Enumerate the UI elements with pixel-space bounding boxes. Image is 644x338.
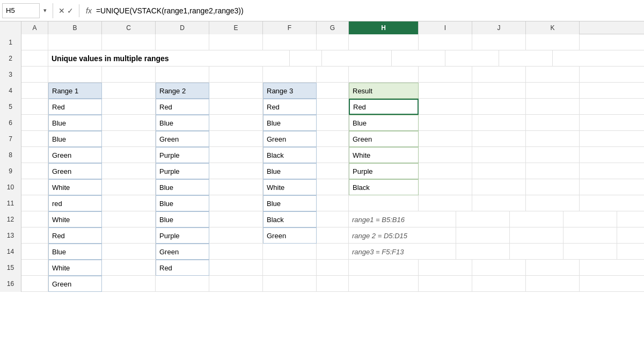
cell-j10[interactable] [472,179,526,195]
col-header-i[interactable]: I [419,21,472,34]
cell-k15[interactable] [526,260,580,276]
cell-i2[interactable] [392,50,445,67]
cell-j15[interactable] [472,260,526,276]
cell-a2[interactable] [21,50,48,67]
cell-a6[interactable] [21,115,48,131]
cell-k1[interactable] [526,34,580,50]
cell-j3[interactable] [472,67,526,83]
cell-c6[interactable] [102,115,156,131]
cell-g13[interactable] [317,227,349,244]
cell-f10[interactable]: White [263,179,317,195]
cell-b13[interactable]: Red [48,227,102,244]
cell-g7[interactable] [317,131,349,147]
cell-i1[interactable] [419,34,472,50]
cell-e10[interactable] [209,179,263,195]
cell-h1[interactable] [349,34,419,50]
cell-e5[interactable] [209,99,263,115]
cell-b3[interactable] [48,67,102,83]
cell-j2[interactable] [445,50,499,67]
cell-d13[interactable]: Purple [156,227,209,244]
cell-h11[interactable] [349,195,419,211]
cell-a5[interactable] [21,99,48,115]
cell-e11[interactable] [209,195,263,211]
cell-i3[interactable] [419,67,472,83]
cell-i5[interactable] [419,99,472,115]
cell-a10[interactable] [21,179,48,195]
cell-e13[interactable] [209,227,263,244]
cell-g16[interactable] [317,276,349,292]
cell-c12[interactable] [102,211,156,227]
cell-h3[interactable] [349,67,419,83]
cell-k5[interactable] [526,99,580,115]
cell-i13[interactable] [456,227,510,244]
cell-i14[interactable] [456,244,510,260]
cell-h5-active[interactable]: Red [349,99,419,115]
cell-i12[interactable] [456,211,510,227]
cell-f6[interactable]: Blue [263,115,317,131]
cell-b16[interactable]: Green [48,276,102,292]
cell-a3[interactable] [21,67,48,83]
cell-f5[interactable]: Red [263,99,317,115]
cell-k12[interactable] [564,211,617,227]
col-header-k[interactable]: K [526,21,580,34]
cell-f4-range3-header[interactable]: Range 3 [263,83,317,99]
cell-g11[interactable] [317,195,349,211]
cell-j14[interactable] [510,244,564,260]
cell-g6[interactable] [317,115,349,131]
formula-input[interactable] [96,3,642,18]
cell-j1[interactable] [472,34,526,50]
col-header-e[interactable]: E [209,21,263,34]
cell-f3[interactable] [263,67,317,83]
col-header-g[interactable]: G [317,21,349,34]
cell-e9[interactable] [209,163,263,179]
cell-b11[interactable]: red [48,195,102,211]
cell-h15[interactable] [349,260,419,276]
cell-d8[interactable]: Purple [156,147,209,163]
cell-i15[interactable] [419,260,472,276]
cell-d11[interactable]: Blue [156,195,209,211]
cell-b6[interactable]: Blue [48,115,102,131]
cell-a9[interactable] [21,163,48,179]
cell-g10[interactable] [317,179,349,195]
cell-f15[interactable] [263,260,317,276]
cell-ref-chevron-icon[interactable]: ▾ [40,3,50,18]
cell-g15[interactable] [317,260,349,276]
cell-e7[interactable] [209,131,263,147]
cell-h9[interactable]: Purple [349,163,419,179]
cell-d1[interactable] [156,34,209,50]
cell-k9[interactable] [526,163,580,179]
cell-c9[interactable] [102,163,156,179]
cell-g2[interactable] [290,50,322,67]
cell-a4[interactable] [21,83,48,99]
cell-a14[interactable] [21,244,48,260]
cell-d5[interactable]: Red [156,99,209,115]
cell-f16[interactable] [263,276,317,292]
cell-reference-box[interactable]: H5 [2,3,40,18]
cell-e1[interactable] [209,34,263,50]
cell-k8[interactable] [526,147,580,163]
cell-d15[interactable]: Red [156,260,209,276]
cell-h16[interactable] [349,276,419,292]
cell-i11[interactable] [419,195,472,211]
cell-d9[interactable]: Purple [156,163,209,179]
cell-d6[interactable]: Blue [156,115,209,131]
cell-f9[interactable]: Blue [263,163,317,179]
cell-j12[interactable] [510,211,564,227]
cell-h6[interactable]: Blue [349,115,419,131]
col-header-d[interactable]: D [156,21,209,34]
cell-b7[interactable]: Blue [48,131,102,147]
cell-j13[interactable] [510,227,564,244]
cell-e15[interactable] [209,260,263,276]
cell-a7[interactable] [21,131,48,147]
cell-c13[interactable] [102,227,156,244]
col-header-b[interactable]: B [48,21,102,34]
cell-j8[interactable] [472,147,526,163]
cell-h8[interactable]: White [349,147,419,163]
cell-d3[interactable] [156,67,209,83]
cell-j11[interactable] [472,195,526,211]
col-header-a[interactable]: A [21,21,48,34]
cell-e12[interactable] [209,211,263,227]
cell-b15[interactable]: White [48,260,102,276]
cell-k3[interactable] [526,67,580,83]
cell-h2[interactable] [322,50,392,67]
